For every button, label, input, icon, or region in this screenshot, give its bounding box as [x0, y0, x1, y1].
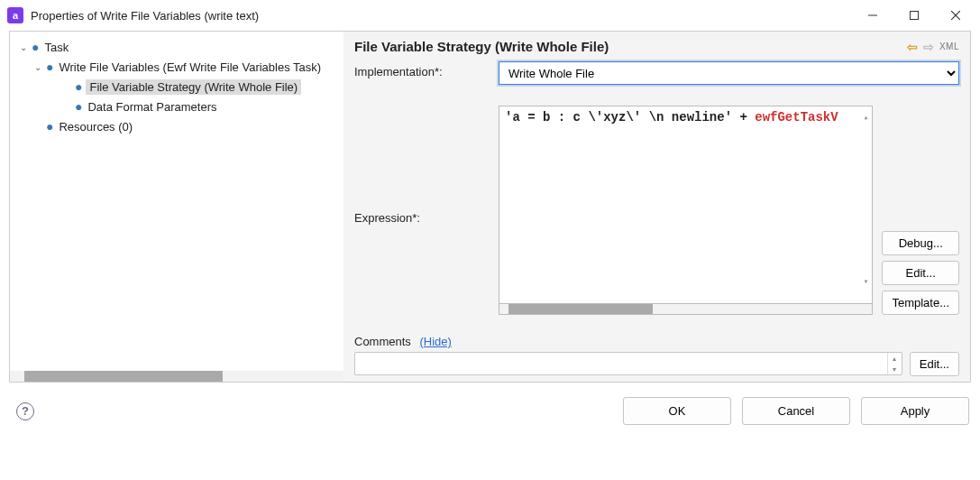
tree-label: Resources (0) [57, 119, 134, 134]
expression-horizontal-scrollbar[interactable] [499, 304, 873, 315]
titlebar: a Properties of Write File Variables (wr… [0, 0, 980, 31]
tree-horizontal-scrollbar[interactable] [10, 371, 343, 382]
edit-comments-button[interactable]: Edit... [910, 352, 959, 376]
xml-button[interactable]: XML [939, 42, 959, 51]
ok-button[interactable]: OK [623, 397, 731, 425]
tree-label: File Variable Strategy (Write Whole File… [86, 79, 301, 95]
svg-rect-1 [911, 12, 919, 20]
apply-button[interactable]: Apply [861, 397, 969, 425]
maximize-button[interactable] [893, 2, 935, 29]
nav-back-icon[interactable]: ⇦ [907, 40, 918, 54]
bullet-icon: ● [46, 60, 53, 73]
bullet-icon: ● [75, 80, 82, 93]
expression-label: Expression*: [354, 208, 490, 225]
bullet-icon: ● [46, 120, 53, 133]
expression-code-function: ewfGetTaskV [755, 110, 838, 125]
bullet-icon: ● [75, 100, 82, 113]
expand-icon[interactable]: ⌄ [32, 62, 44, 72]
minimize-button[interactable] [852, 2, 893, 29]
comments-label: Comments [354, 335, 411, 348]
app-icon: a [7, 7, 23, 23]
tree-item-file-variable-strategy[interactable]: ● File Variable Strategy (Write Whole Fi… [10, 77, 343, 97]
comments-input[interactable]: ▴ ▾ [354, 352, 902, 375]
scroll-up-icon[interactable]: ▴ [863, 112, 868, 123]
implementation-label: Implementation*: [354, 61, 490, 78]
scroll-down-icon[interactable]: ▾ [863, 276, 868, 287]
cancel-button[interactable]: Cancel [742, 397, 850, 425]
edit-expression-button[interactable]: Edit... [882, 261, 959, 285]
close-button[interactable] [935, 2, 976, 29]
bullet-icon: ● [32, 41, 39, 53]
tree-label: Data Format Parameters [86, 99, 218, 115]
template-button[interactable]: Template... [882, 291, 959, 315]
tree-label: Task [42, 40, 70, 55]
help-icon[interactable]: ? [16, 402, 34, 420]
expression-code: 'a = b : c \'xyz\' \n newline' + [505, 110, 755, 125]
tree-item-data-format-parameters[interactable]: ● Data Format Parameters [10, 97, 343, 116]
window-title: Properties of Write File Variables (writ… [31, 9, 852, 23]
form-pane: File Variable Strategy (Write Whole File… [343, 32, 970, 382]
panel-title: File Variable Strategy (Write Whole File… [354, 39, 907, 54]
tree-item-task[interactable]: ⌄ ● Task [10, 37, 343, 57]
debug-button[interactable]: Debug... [882, 231, 959, 255]
comments-spinner-up[interactable]: ▴ [888, 353, 902, 364]
expression-input[interactable]: ▴ 'a = b : c \'xyz\' \n newline' + ewfGe… [499, 106, 873, 304]
tree-pane: ⌄ ● Task ⌄ ● Write File Variables (Ewf W… [10, 32, 343, 382]
tree-item-resources[interactable]: ● Resources (0) [10, 116, 343, 136]
expand-icon[interactable]: ⌄ [17, 42, 30, 52]
nav-forward-icon[interactable]: ⇨ [923, 40, 934, 54]
comments-hide-link[interactable]: (Hide) [419, 335, 451, 348]
tree-item-write-file-variables[interactable]: ⌄ ● Write File Variables (Ewf Write File… [10, 57, 343, 77]
comments-spinner-down[interactable]: ▾ [888, 364, 902, 374]
tree-label: Write File Variables (Ewf Write File Var… [57, 60, 323, 75]
implementation-select[interactable]: Write Whole File [499, 61, 959, 85]
